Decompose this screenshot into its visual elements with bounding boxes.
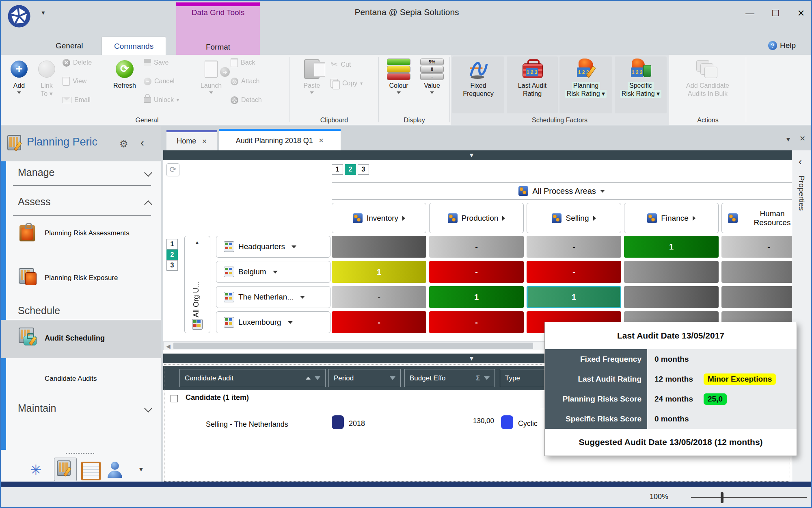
column-header-production[interactable]: Production [429, 203, 524, 233]
scroll-left-icon[interactable]: ◀ [166, 343, 171, 350]
save-button[interactable]: Save [144, 58, 168, 67]
sidebar-modules-dropdown-icon[interactable]: ▼ [138, 466, 144, 473]
fixed-frequency-button[interactable]: Fixed Frequency [452, 56, 504, 113]
cancel-button[interactable]: −Cancel [144, 76, 175, 86]
column-header-human-resources[interactable]: Human Resources [721, 203, 792, 233]
zoom-slider-track[interactable] [691, 497, 807, 498]
sidebar-module-person[interactable] [106, 460, 125, 480]
level-button-1[interactable]: 1 [166, 239, 178, 250]
unlock-button[interactable]: Unlock▾ [144, 95, 179, 105]
matrix-refresh-button[interactable]: ⟳ [166, 163, 179, 176]
matrix-cell[interactable]: 1 [332, 261, 426, 283]
row-header-belgium[interactable]: Belgium [216, 261, 330, 283]
matrix-cell[interactable]: - [429, 236, 524, 258]
column-header-selling[interactable]: Selling [527, 203, 621, 233]
matrix-cell[interactable]: 1 [429, 286, 524, 308]
quick-access-dropdown-icon[interactable]: ▼ [41, 10, 46, 16]
org-units-group-header[interactable]: ▲ All Org U... [184, 236, 210, 333]
sidebar-item-candidate-audits[interactable]: Candidate Audits [1, 362, 161, 394]
matrix-cell[interactable]: - [332, 286, 426, 308]
detach-button[interactable]: ◎Detach [231, 95, 262, 105]
specific-risk-rating-button[interactable]: 1 2 3 Specific Risk Rating ▾ [615, 56, 667, 113]
tab-home[interactable]: Home✕ [166, 130, 217, 150]
matrix-cell[interactable]: - [429, 311, 524, 333]
filter-icon[interactable] [390, 376, 395, 380]
link-to-button[interactable]: Link To ▾ [34, 56, 59, 98]
delete-button[interactable]: ✕Delete [63, 58, 92, 67]
tabstrip-dropdown-icon[interactable]: ▼ [785, 136, 791, 143]
paste-button[interactable]: Paste [296, 56, 328, 94]
sidebar-collapse-icon[interactable]: ‹ [140, 137, 144, 149]
row-header-luxembourg[interactable]: Luxembourg [216, 311, 330, 333]
matrix-cell[interactable]: - [429, 261, 524, 283]
sidebar-splitter-handle[interactable] [66, 453, 94, 454]
email-button[interactable]: Email [63, 95, 91, 105]
process-area-group-header[interactable]: All Process Areas [332, 185, 792, 198]
matrix-cell[interactable] [624, 286, 719, 308]
copy-button[interactable]: Copy▾ [330, 78, 363, 88]
row-header-the-netherlan-[interactable]: The Netherlan... [216, 286, 330, 308]
tab-format[interactable]: Format [176, 39, 260, 55]
sidebar-module-abacus[interactable] [80, 460, 100, 480]
grid-column-header-period[interactable]: Period [328, 369, 401, 387]
minimize-button[interactable]: — [740, 5, 760, 22]
grid-column-header-candidate-audit[interactable]: Candidate Audit [179, 369, 326, 387]
planning-risk-rating-button[interactable]: 1 2 3 Planning Risk Rating ▾ [559, 56, 612, 113]
grid-column-header-budget-effo[interactable]: Budget EffoΣ [404, 369, 495, 387]
level-button-3[interactable]: 3 [358, 164, 369, 175]
add-button[interactable]: + Add [6, 56, 32, 94]
sidebar-section-manage[interactable]: Manage [18, 167, 54, 178]
matrix-cell[interactable] [624, 261, 719, 283]
chevron-down-icon[interactable] [144, 169, 152, 177]
add-candidate-audits-in-bulk-button[interactable]: Add Candidate Audits In Bulk [673, 56, 743, 98]
column-header-inventory[interactable]: Inventory [332, 203, 426, 233]
refresh-button[interactable]: ⟳ Refresh [110, 56, 140, 90]
sidebar-section-assess[interactable]: Assess [18, 196, 51, 208]
group-collapse-button[interactable]: − [171, 395, 178, 402]
matrix-cell[interactable] [721, 286, 792, 308]
sidebar-item-audit-scheduling[interactable]: Audit Scheduling [1, 320, 161, 358]
level-button-3[interactable]: 3 [166, 260, 178, 271]
sidebar-gear-icon[interactable]: ⚙ [119, 138, 128, 150]
matrix-cell[interactable]: - [721, 236, 792, 258]
chevron-up-icon[interactable] [144, 200, 152, 208]
help-button[interactable]: ? Help [768, 39, 796, 52]
matrix-top-splitter[interactable]: ▼ [163, 150, 792, 160]
colour-button[interactable]: Colour [383, 56, 414, 94]
tab-close-icon[interactable]: ✕ [202, 138, 207, 145]
back-button[interactable]: Back [231, 58, 255, 67]
tab-audit-planning[interactable]: Audit Planning 2018 Q1✕ [219, 129, 341, 150]
expand-left-icon[interactable]: ‹ [799, 156, 802, 167]
sidebar-module-gearstar[interactable]: ✳ [28, 460, 47, 480]
sidebar-item-planning-risk-assessments[interactable]: Planning Risk Assessments [1, 222, 161, 248]
zoom-slider-thumb[interactable] [721, 492, 723, 503]
matrix-cell[interactable]: - [527, 236, 621, 258]
close-button[interactable]: ✕ [791, 5, 811, 22]
level-button-2[interactable]: 2 [166, 250, 178, 260]
sidebar-module-planning-periods[interactable] [54, 458, 77, 481]
maximize-button[interactable]: ☐ [765, 5, 786, 22]
tab-close-icon[interactable]: ✕ [319, 137, 324, 144]
tab-general[interactable]: General [43, 37, 95, 55]
value-button[interactable]: 5% 8 - Value [417, 56, 447, 94]
last-audit-rating-button[interactable]: 1 2 3 Last Audit Rating [507, 56, 558, 113]
matrix-cell[interactable] [332, 236, 426, 258]
chevron-down-icon[interactable] [144, 404, 152, 412]
sidebar-section-maintain[interactable]: Maintain [18, 402, 56, 414]
sidebar-item-planning-risk-exposure[interactable]: Planning Risk Exposure [1, 267, 161, 293]
column-header-finance[interactable]: Finance [624, 203, 719, 233]
matrix-cell[interactable]: 1 [624, 236, 719, 258]
level-button-2[interactable]: 2 [345, 164, 356, 175]
launch-button[interactable]: ➜ Launch [195, 56, 227, 94]
view-button[interactable]: View [63, 76, 86, 86]
matrix-cell[interactable]: - [332, 311, 426, 333]
level-button-1[interactable]: 1 [332, 164, 343, 175]
matrix-cell[interactable]: - [527, 261, 621, 283]
attach-button[interactable]: ◎Attach [231, 76, 259, 86]
sidebar-section-schedule[interactable]: Schedule [18, 305, 60, 317]
filter-icon[interactable] [315, 376, 320, 380]
row-header-headquarters[interactable]: Headquarters [216, 236, 330, 258]
matrix-cell[interactable] [721, 261, 792, 283]
tabstrip-close-icon[interactable]: ✕ [799, 134, 806, 143]
matrix-cell[interactable]: 1 [527, 286, 621, 308]
